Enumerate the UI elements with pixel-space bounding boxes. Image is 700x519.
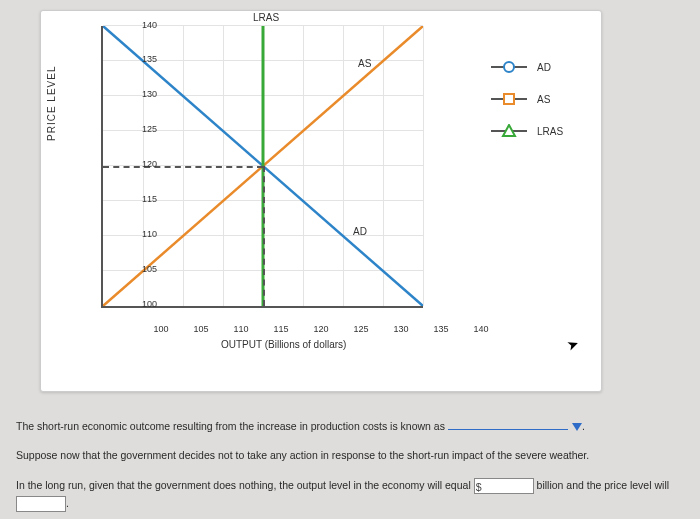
curve-label-as: AS: [358, 58, 371, 69]
x-axis-label: OUTPUT (Billions of dollars): [221, 339, 346, 350]
xtick: 115: [269, 324, 293, 334]
output-input[interactable]: [474, 478, 534, 494]
xtick: 135: [429, 324, 453, 334]
question-line-1: The short-run economic outcome resulting…: [16, 418, 684, 434]
ytick: 100: [139, 299, 157, 309]
chart-card: PRICE LEVEL LRAS AS AD: [40, 10, 602, 392]
curve-label-ad: AD: [353, 226, 367, 237]
xtick: 120: [309, 324, 333, 334]
chart-inner: LRAS AS AD 100 105 110 115 120 125 130 1…: [101, 26, 441, 326]
ytick: 105: [139, 264, 157, 274]
xtick: 110: [229, 324, 253, 334]
xtick: 130: [389, 324, 413, 334]
ytick: 110: [139, 229, 157, 239]
cursor-icon: ➤: [565, 334, 582, 353]
ref-line-x120: [263, 166, 265, 306]
dropdown-blank-term[interactable]: [448, 418, 568, 430]
xtick: 105: [189, 324, 213, 334]
ytick: 130: [139, 89, 157, 99]
legend-item-as[interactable]: AS: [491, 83, 591, 115]
price-level-input[interactable]: [16, 496, 66, 512]
ref-line-y120: [103, 166, 263, 168]
ytick: 125: [139, 124, 157, 134]
legend-label: LRAS: [537, 126, 563, 137]
legend-label: AS: [537, 94, 550, 105]
ytick: 135: [139, 54, 157, 64]
triangle-marker-icon: [491, 124, 527, 138]
legend-item-lras[interactable]: LRAS: [491, 115, 591, 147]
currency-prefix: $: [476, 480, 482, 495]
xtick: 140: [469, 324, 493, 334]
ytick: 115: [139, 194, 157, 204]
legend-item-ad[interactable]: AD: [491, 51, 591, 83]
svg-point-4: [504, 62, 514, 72]
ytick: 140: [139, 20, 157, 30]
legend: AD AS LRAS: [491, 51, 591, 147]
chevron-down-icon[interactable]: [572, 423, 582, 431]
xtick: 100: [149, 324, 173, 334]
circle-marker-icon: [491, 60, 527, 74]
curve-label-lras: LRAS: [253, 12, 279, 23]
ytick: 120: [139, 159, 157, 169]
square-marker-icon: [491, 92, 527, 106]
xtick: 125: [349, 324, 373, 334]
y-axis-label: PRICE LEVEL: [46, 66, 57, 141]
legend-label: AD: [537, 62, 551, 73]
question-line-2: Suppose now that the government decides …: [16, 448, 684, 463]
question-line-3b: .: [16, 496, 684, 512]
svg-rect-6: [504, 94, 514, 104]
